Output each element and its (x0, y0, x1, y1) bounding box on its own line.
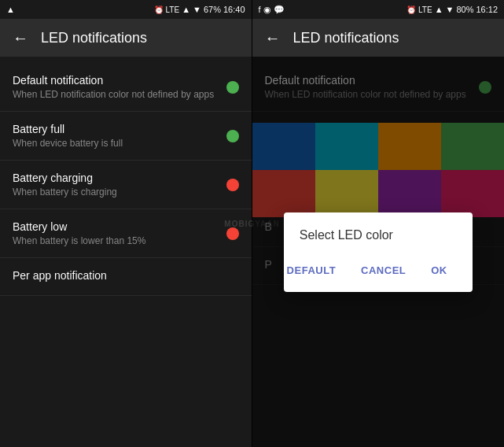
item-subtitle: When device battery is full (13, 138, 226, 149)
status-bar-left-icons: ▲ (6, 5, 15, 14)
item-subtitle: When battery is charging (13, 187, 226, 198)
chat-icon: 💬 (274, 5, 285, 15)
list-item[interactable]: Battery charging When battery is chargin… (0, 161, 252, 209)
item-title: Per app notification (13, 269, 239, 282)
page-title-right: LED notifications (293, 30, 399, 46)
whatsapp-icon: ◉ (263, 5, 271, 15)
item-title: Battery charging (13, 172, 226, 184)
led-indicator (226, 81, 239, 94)
list-item[interactable]: Default notification When LED notificati… (0, 63, 252, 112)
right-panel: f ◉ 💬 ⏰ LTE ▲ ▼ 80% 16:12 ← LED notifica… (252, 0, 505, 447)
item-subtitle: When LED notification color not defined … (13, 89, 226, 100)
fb-icon: f (259, 5, 261, 14)
status-bar-right: f ◉ 💬 ⏰ LTE ▲ ▼ 80% 16:12 (252, 0, 505, 19)
item-title: Battery full (13, 123, 226, 135)
status-bar-right-2: ⏰ LTE ▲ ▼ 80% 16:12 (407, 5, 498, 14)
item-text: Battery charging When battery is chargin… (13, 172, 226, 198)
battery-label-r: 80% (456, 5, 473, 14)
status-bar-right-icons: ⏰ LTE ▲ ▼ 67% 16:40 (154, 5, 245, 14)
list-item[interactable]: Battery low When battery is lower than 1… (0, 209, 252, 258)
item-title: Battery low (13, 220, 226, 233)
list-item[interactable]: Battery full When device battery is full (0, 112, 252, 161)
wifi-icon-r: ▼ (446, 5, 454, 14)
led-indicator (226, 130, 239, 142)
battery-label: 67% (204, 5, 221, 14)
time-label-r: 16:12 (476, 5, 498, 14)
settings-list-left: Default notification When LED notificati… (0, 57, 252, 447)
back-button-right[interactable]: ← (265, 29, 281, 47)
wifi-icon: ▼ (193, 5, 201, 14)
dialog-buttons: DEFAULT CANCEL OK (300, 258, 457, 283)
dialog-title: Select LED color (300, 228, 457, 242)
toolbar-right: ← LED notifications (252, 19, 505, 57)
settings-list-right: Default notification When LED notificati… (252, 57, 505, 447)
item-text: Battery full When device battery is full (13, 123, 226, 149)
ok-button[interactable]: OK (421, 258, 457, 283)
left-panel: ▲ ⏰ LTE ▲ ▼ 67% 16:40 ← LED notification… (0, 0, 252, 447)
clock-icon: ⏰ (154, 6, 164, 14)
cancel-button[interactable]: CANCEL (351, 258, 415, 283)
lte-label: LTE (166, 6, 180, 14)
item-title: Default notification (13, 74, 226, 87)
notification-icon: ▲ (6, 5, 15, 14)
led-indicator (226, 227, 239, 240)
item-text: Per app notification (13, 269, 239, 284)
default-button[interactable]: DEFAULT (278, 258, 345, 283)
item-text: Default notification When LED notificati… (13, 74, 226, 100)
status-icons-right: f ◉ 💬 (259, 5, 285, 15)
led-indicator (226, 179, 239, 191)
list-item[interactable]: Per app notification (0, 258, 252, 296)
signal-icon: ▲ (182, 5, 190, 14)
led-color-dialog: Select LED color DEFAULT CANCEL OK (284, 212, 473, 292)
status-bar-left: ▲ ⏰ LTE ▲ ▼ 67% 16:40 (0, 0, 252, 19)
page-title-left: LED notifications (41, 30, 147, 46)
lte-label-r: LTE (418, 6, 432, 14)
back-button-left[interactable]: ← (13, 29, 28, 47)
clock-icon-r: ⏰ (407, 6, 416, 14)
item-subtitle: When battery is lower than 15% (13, 235, 226, 246)
dialog-overlay: Select LED color DEFAULT CANCEL OK (252, 57, 505, 447)
toolbar-left: ← LED notifications (0, 19, 252, 57)
time-label: 16:40 (223, 5, 245, 14)
signal-icon-r: ▲ (435, 5, 443, 14)
item-text: Battery low When battery is lower than 1… (13, 220, 226, 246)
